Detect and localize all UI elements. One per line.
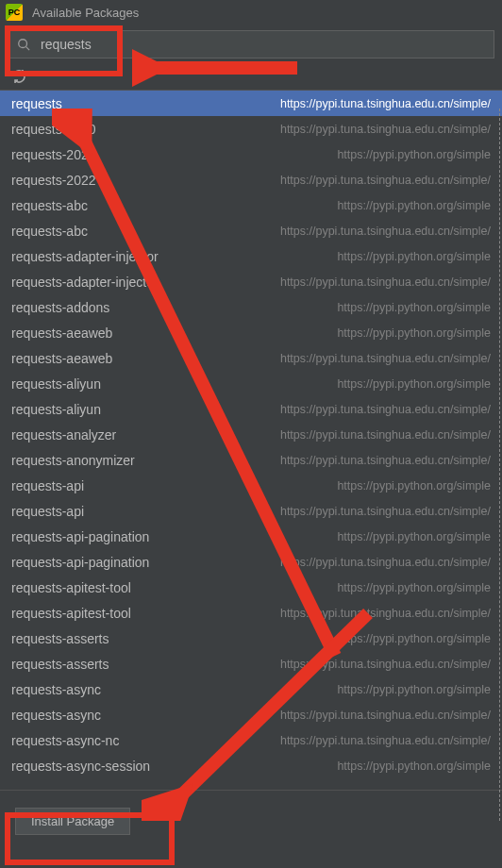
package-source: https://pypi.tuna.tsinghua.edu.cn/simple… bbox=[280, 556, 491, 569]
package-source: https://pypi.tuna.tsinghua.edu.cn/simple… bbox=[280, 403, 491, 416]
package-name: requests-api-pagination bbox=[11, 529, 149, 544]
package-row[interactable]: requests-aeawebhttps://pypi.tuna.tsinghu… bbox=[0, 345, 502, 371]
package-source: https://pypi.tuna.tsinghua.edu.cn/simple… bbox=[280, 352, 491, 365]
package-source: https://pypi.python.org/simple bbox=[337, 148, 491, 161]
package-source: https://pypi.tuna.tsinghua.edu.cn/simple… bbox=[280, 505, 491, 518]
package-source: https://pypi.python.org/simple bbox=[337, 326, 491, 340]
package-name: requests-api bbox=[11, 504, 84, 519]
search-wrapper bbox=[8, 30, 494, 58]
titlebar: PC Available Packages bbox=[0, 0, 502, 25]
package-row[interactable]: requests-2020https://pypi.tuna.tsinghua.… bbox=[0, 116, 502, 142]
package-source: https://pypi.tuna.tsinghua.edu.cn/simple… bbox=[280, 454, 491, 467]
package-row[interactable]: requests-apitest-toolhttps://pypi.tuna.t… bbox=[0, 600, 502, 626]
package-name: requests-aeaweb bbox=[11, 351, 112, 366]
package-name: requests-2022 bbox=[11, 173, 96, 188]
package-row[interactable]: requests-adapter-injectorhttps://pypi.tu… bbox=[0, 269, 502, 294]
package-source: https://pypi.python.org/simple bbox=[337, 199, 491, 212]
package-name: requests-aeaweb bbox=[11, 326, 112, 341]
window-title: Available Packages bbox=[32, 6, 139, 20]
package-row[interactable]: requests-assertshttps://pypi.python.org/… bbox=[0, 626, 502, 651]
package-source: https://pypi.python.org/simple bbox=[337, 632, 491, 645]
package-name: requests-2020 bbox=[11, 122, 96, 137]
package-source: https://pypi.tuna.tsinghua.edu.cn/simple… bbox=[280, 607, 491, 620]
package-name: requests-aliyun bbox=[11, 402, 101, 417]
package-source: https://pypi.tuna.tsinghua.edu.cn/simple… bbox=[280, 225, 491, 238]
package-row[interactable]: requestshttps://pypi.tuna.tsinghua.edu.c… bbox=[0, 91, 502, 116]
package-name: requests-abc bbox=[11, 224, 88, 239]
package-name: requests-addons bbox=[11, 300, 109, 315]
package-name: requests-aliyun bbox=[11, 376, 101, 392]
package-source: https://pypi.tuna.tsinghua.edu.cn/simple… bbox=[280, 275, 491, 289]
package-row[interactable]: requests-aeawebhttps://pypi.python.org/s… bbox=[0, 320, 502, 345]
bottom-bar: Install Package bbox=[0, 791, 502, 851]
package-name: requests-api bbox=[11, 478, 84, 493]
package-row[interactable]: requests-2022https://pypi.tuna.tsinghua.… bbox=[0, 167, 502, 192]
package-row[interactable]: requests-async-sessionhttps://pypi.pytho… bbox=[0, 753, 502, 778]
package-name: requests-apitest-tool bbox=[11, 580, 131, 595]
package-row[interactable]: requests-asynchttps://pypi.python.org/si… bbox=[0, 676, 502, 702]
package-row[interactable]: requests-abchttps://pypi.python.org/simp… bbox=[0, 192, 502, 218]
package-row[interactable]: requests-api-paginationhttps://pypi.tuna… bbox=[0, 549, 502, 575]
package-name: requests-adapter-injector bbox=[11, 275, 159, 290]
package-name: requests-analyzer bbox=[11, 427, 116, 442]
package-name: requests-abc bbox=[11, 198, 88, 213]
package-row[interactable]: requests-aliyunhttps://pypi.tuna.tsinghu… bbox=[0, 396, 502, 422]
package-row[interactable]: requests-adapter-injectorhttps://pypi.py… bbox=[0, 243, 502, 269]
package-name: requests-adapter-injector bbox=[11, 249, 159, 264]
package-source: https://pypi.python.org/simple bbox=[337, 250, 491, 263]
package-name: requests-2022 bbox=[11, 147, 96, 162]
package-source: https://pypi.tuna.tsinghua.edu.cn/simple… bbox=[280, 174, 491, 187]
package-source: https://pypi.tuna.tsinghua.edu.cn/simple… bbox=[280, 428, 491, 442]
package-row[interactable]: requests-2022https://pypi.python.org/sim… bbox=[0, 142, 502, 167]
package-source: https://pypi.python.org/simple bbox=[337, 377, 491, 391]
package-name: requests-asserts bbox=[11, 631, 109, 646]
package-row[interactable]: requests-analyzerhttps://pypi.tuna.tsing… bbox=[0, 422, 502, 447]
package-source: https://pypi.python.org/simple bbox=[337, 301, 491, 314]
toolbar bbox=[0, 62, 502, 91]
package-row[interactable]: requests-apihttps://pypi.python.org/simp… bbox=[0, 473, 502, 498]
package-source: https://pypi.tuna.tsinghua.edu.cn/simple… bbox=[280, 709, 491, 722]
package-row[interactable]: requests-addonshttps://pypi.python.org/s… bbox=[0, 294, 502, 320]
install-package-button[interactable]: Install Package bbox=[15, 808, 130, 835]
package-row[interactable]: requests-abchttps://pypi.tuna.tsinghua.e… bbox=[0, 218, 502, 243]
package-row[interactable]: requests-asynchttps://pypi.tuna.tsinghua… bbox=[0, 702, 502, 727]
package-row[interactable]: requests-async-nchttps://pypi.tuna.tsing… bbox=[0, 727, 502, 753]
package-source: https://pypi.tuna.tsinghua.edu.cn/simple… bbox=[280, 123, 491, 136]
package-list[interactable]: requestshttps://pypi.tuna.tsinghua.edu.c… bbox=[0, 91, 502, 791]
package-row[interactable]: requests-aliyunhttps://pypi.python.org/s… bbox=[0, 371, 502, 396]
package-row[interactable]: requests-apihttps://pypi.tuna.tsinghua.e… bbox=[0, 498, 502, 524]
package-name: requests-api-pagination bbox=[11, 555, 149, 570]
package-name: requests-apitest-tool bbox=[11, 606, 131, 621]
package-source: https://pypi.python.org/simple bbox=[337, 530, 491, 543]
package-name: requests-async-session bbox=[11, 759, 150, 774]
package-source: https://pypi.python.org/simple bbox=[337, 581, 491, 594]
package-source: https://pypi.python.org/simple bbox=[337, 760, 491, 773]
package-row[interactable]: requests-apitest-toolhttps://pypi.python… bbox=[0, 575, 502, 600]
package-source: https://pypi.tuna.tsinghua.edu.cn/simple… bbox=[280, 658, 491, 671]
package-source: https://pypi.tuna.tsinghua.edu.cn/simple… bbox=[280, 734, 491, 747]
package-name: requests-anonymizer bbox=[11, 453, 135, 468]
package-name: requests-async bbox=[11, 708, 101, 723]
refresh-icon[interactable] bbox=[11, 69, 26, 84]
search-input[interactable] bbox=[8, 30, 494, 58]
package-source: https://pypi.python.org/simple bbox=[337, 479, 491, 492]
package-source: https://pypi.tuna.tsinghua.edu.cn/simple… bbox=[280, 97, 491, 110]
package-source: https://pypi.python.org/simple bbox=[337, 683, 491, 696]
package-name: requests bbox=[11, 96, 62, 111]
package-row[interactable]: requests-anonymizerhttps://pypi.tuna.tsi… bbox=[0, 447, 502, 473]
package-name: requests-asserts bbox=[11, 657, 109, 672]
app-icon: PC bbox=[6, 4, 23, 21]
package-name: requests-async-nc bbox=[11, 733, 119, 748]
package-row[interactable]: requests-api-paginationhttps://pypi.pyth… bbox=[0, 524, 502, 549]
package-name: requests-async bbox=[11, 682, 101, 697]
package-row[interactable]: requests-assertshttps://pypi.tuna.tsingh… bbox=[0, 651, 502, 676]
